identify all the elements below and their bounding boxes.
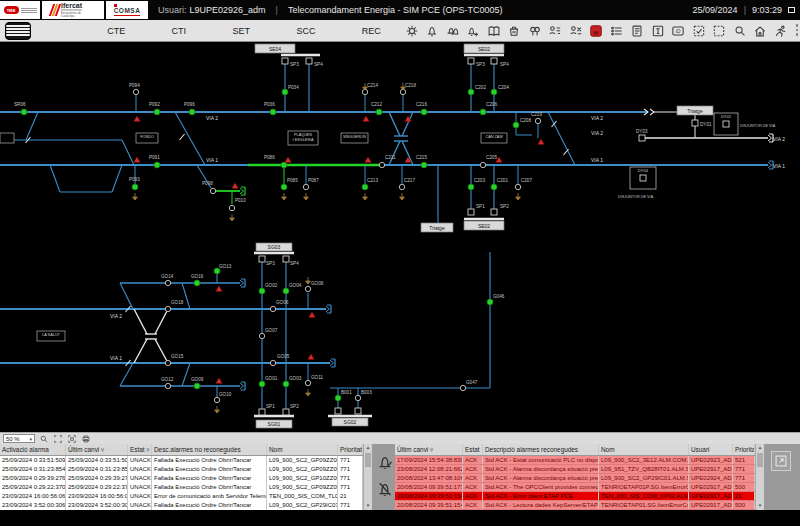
alarm-indicator[interactable] (308, 354, 315, 360)
table-row[interactable]: 25/09/2024 0:33:51:50925/09/2024 0:33:51… (0, 456, 363, 465)
table-row[interactable]: 17/09/2024 15:54:38:830ACKStd ACK - Esta… (395, 456, 755, 465)
alarm-indicator[interactable] (134, 157, 141, 163)
switch-open-indicator[interactable] (214, 397, 219, 402)
table-row[interactable]: 20/08/2024 13:47:08:106ACKStd ACK - Alar… (395, 474, 755, 483)
switch-open-indicator[interactable] (460, 385, 465, 390)
column-header[interactable]: Estat ▿ (128, 444, 152, 455)
switch-closed-indicator[interactable] (421, 109, 427, 115)
check-dashed-icon[interactable] (691, 23, 706, 38)
switch-open-indicator[interactable] (480, 162, 485, 167)
book-icon[interactable] (486, 23, 501, 38)
switch-closed-indicator[interactable] (281, 184, 287, 190)
breaker-square[interactable] (259, 409, 265, 415)
switch-open-indicator[interactable] (535, 118, 540, 123)
open-external-button[interactable] (771, 451, 791, 471)
bell-icon[interactable] (425, 23, 440, 38)
alarm-indicator[interactable] (538, 139, 545, 145)
scroll-up-arrow[interactable]: ▲ (366, 444, 370, 452)
table-row[interactable]: 23/09/2024 3:52:00:30623/09/2024 3:52:00… (0, 501, 363, 510)
switch-open-indicator[interactable] (399, 184, 404, 189)
scroll-thumb[interactable] (365, 453, 371, 467)
menu-item-rec[interactable]: REC (356, 24, 387, 38)
trash-icon[interactable] (507, 23, 522, 38)
breaker-square[interactable] (468, 209, 474, 215)
table-row[interactable]: 23/09/2024 16:00:56:06223/09/2024 16:00:… (0, 492, 363, 501)
switch-open-indicator[interactable] (259, 333, 264, 338)
acknowledge-alarm-button[interactable] (375, 452, 392, 469)
list-icon[interactable] (609, 23, 624, 38)
switch-closed-indicator[interactable] (376, 109, 382, 115)
user-network-2-icon[interactable] (568, 23, 583, 38)
breaker-square[interactable] (639, 135, 645, 141)
column-header[interactable]: Usuari (689, 444, 733, 455)
breaker-square[interactable] (355, 408, 361, 414)
home-icon[interactable] (753, 23, 768, 38)
runner-icon[interactable] (773, 23, 788, 38)
breaker-square[interactable] (468, 58, 474, 64)
switch-open-indicator[interactable] (229, 205, 234, 210)
select-dashed-icon[interactable] (712, 23, 727, 38)
switch-closed-indicator[interactable] (259, 381, 265, 387)
bell-double-icon[interactable] (445, 23, 460, 38)
hamburger-menu-button[interactable] (5, 22, 31, 40)
switch-closed-indicator[interactable] (259, 288, 265, 294)
alarm-indicator[interactable] (216, 286, 223, 292)
search-icon[interactable] (38, 433, 49, 444)
switch-closed-indicator[interactable] (491, 89, 497, 95)
switch-closed-indicator[interactable] (491, 184, 497, 190)
menu-item-cti[interactable]: CTI (166, 24, 193, 38)
switch-open-indicator[interactable] (515, 184, 520, 189)
zoom-level-select[interactable]: 50 %▾ (3, 434, 35, 443)
id-icon[interactable]: ID (671, 23, 686, 38)
switch-closed-indicator[interactable] (194, 280, 200, 286)
alarm-indicator[interactable] (309, 312, 316, 318)
breaker-square[interactable] (491, 209, 497, 215)
table-row[interactable]: 25/09/2024 0:29:39:27625/09/2024 0:29:39… (0, 474, 363, 483)
column-header[interactable]: Nom (267, 444, 338, 455)
switch-open-indicator[interactable] (379, 162, 384, 167)
table-row[interactable]: 25/09/2024 0:31:23:85425/09/2024 0:31:23… (0, 465, 363, 474)
breaker-square[interactable] (491, 58, 497, 64)
alarm-indicator[interactable] (134, 116, 141, 122)
switch-closed-indicator[interactable] (154, 109, 160, 115)
search-icon[interactable] (732, 23, 747, 38)
switch-closed-indicator[interactable] (513, 122, 519, 128)
table-row[interactable]: 23/08/2024 12:08:21:662ACKStd ACK - Alar… (395, 465, 755, 474)
expand-view-icon[interactable] (66, 433, 77, 444)
breaker-square[interactable] (723, 121, 729, 127)
column-header[interactable]: Últim canvi ▿ (395, 444, 463, 455)
doc-icon[interactable] (630, 23, 645, 38)
toolbar-overflow-dots[interactable] (796, 24, 799, 36)
menu-item-set[interactable]: SET (226, 24, 256, 38)
track-schematic-canvas[interactable]: SE04SE02SE02TriatgeTriatgeSG03SG01SG02FO… (0, 42, 800, 432)
stop-icon[interactable] (589, 23, 604, 38)
switch-open-indicator[interactable] (270, 306, 275, 311)
column-header[interactable]: Prioritat (733, 444, 755, 455)
column-header[interactable]: Nom (599, 444, 689, 455)
switch-closed-indicator[interactable] (281, 162, 287, 168)
switch-open-indicator[interactable] (270, 360, 275, 365)
column-header[interactable]: Desc.alarmes no reconegudes (152, 444, 267, 455)
switch-closed-indicator[interactable] (283, 288, 289, 294)
left-table-scrollbar[interactable]: ▲ ▼ (363, 444, 372, 510)
switch-closed-indicator[interactable] (194, 383, 200, 389)
switch-closed-indicator[interactable] (335, 395, 341, 401)
switch-open-indicator[interactable] (210, 188, 215, 193)
window-restore-icon[interactable] (788, 7, 795, 13)
switch-closed-indicator[interactable] (132, 184, 138, 190)
switch-open-indicator[interactable] (165, 383, 170, 388)
switch-open-indicator[interactable] (165, 360, 170, 365)
switch-open-indicator[interactable] (305, 286, 310, 291)
scroll-up-arrow[interactable]: ▲ (758, 444, 762, 452)
switch-open-indicator[interactable] (165, 280, 170, 285)
switch-closed-indicator[interactable] (270, 109, 276, 115)
breaker-square[interactable] (335, 408, 341, 414)
menu-item-cte[interactable]: CTE (101, 24, 131, 38)
switch-open-indicator[interactable] (303, 184, 308, 189)
text-icon[interactable] (650, 23, 665, 38)
switch-closed-indicator[interactable] (362, 184, 368, 190)
breaker-square[interactable] (692, 120, 698, 126)
switch-open-indicator[interactable] (305, 380, 310, 385)
breaker-square[interactable] (306, 58, 312, 64)
fit-view-icon[interactable] (52, 433, 63, 444)
